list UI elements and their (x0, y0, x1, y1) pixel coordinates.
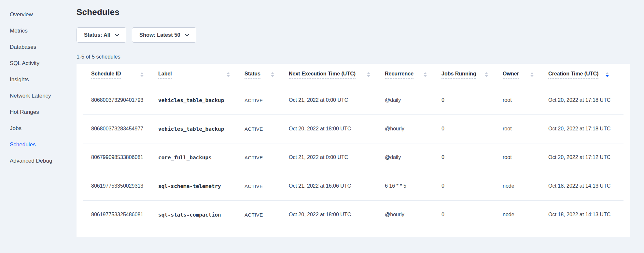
table-row: 806800373283454977 vehicles_table_backup… (83, 114, 623, 143)
column-header-owner[interactable]: Owner (503, 64, 548, 86)
cell-recurrence: @hourly (385, 200, 441, 229)
cell-creation-time: Oct 20, 2022 at 17:18 UTC (548, 86, 623, 114)
schedules-table: Schedule ID Label Status (83, 64, 623, 229)
cell-status: ACTIVE (245, 143, 289, 172)
column-header-next-execution-time[interactable]: Next Execution Time (UTC) (289, 64, 385, 86)
sidebar-item-sql-activity[interactable]: SQL Activity (0, 55, 77, 72)
cell-jobs-running: 0 (441, 143, 503, 172)
column-label: Owner (503, 71, 519, 79)
cell-owner: node (503, 200, 548, 229)
sidebar-item-metrics[interactable]: Metrics (0, 23, 77, 39)
column-header-schedule-id[interactable]: Schedule ID (83, 64, 158, 86)
cell-next-execution: Oct 20, 2022 at 18:00 UTC (289, 200, 385, 229)
show-filter-dropdown[interactable]: Show: Latest 50 (132, 27, 196, 43)
sidebar: Overview Metrics Databases SQL Activity … (0, 0, 77, 253)
column-header-status[interactable]: Status (245, 64, 289, 86)
sidebar-item-databases[interactable]: Databases (0, 39, 77, 55)
chevron-down-icon (115, 33, 119, 36)
sidebar-item-network-latency[interactable]: Network Latency (0, 88, 77, 104)
cell-label: vehicles_table_backup (158, 86, 245, 114)
sidebar-item-jobs[interactable]: Jobs (0, 120, 77, 137)
cell-jobs-running: 0 (441, 200, 503, 229)
sort-icon (485, 72, 488, 77)
sort-icon (227, 72, 230, 77)
cell-schedule-id: 806800373283454977 (83, 114, 158, 143)
cell-label: sql-stats-compaction (158, 200, 245, 229)
sort-icon (424, 72, 427, 77)
cell-jobs-running: 0 (441, 114, 503, 143)
sort-icon (140, 72, 144, 77)
cell-label: core_full_backups (158, 143, 245, 172)
column-header-jobs-running[interactable]: Jobs Running (441, 64, 503, 86)
column-header-recurrence[interactable]: Recurrence (385, 64, 441, 86)
column-header-creation-time[interactable]: Creation Time (UTC) (548, 64, 623, 86)
column-header-label[interactable]: Label (158, 64, 245, 86)
cell-creation-time: Oct 18, 2022 at 14:13 UTC (548, 172, 623, 200)
cell-next-execution: Oct 20, 2022 at 18:00 UTC (289, 114, 385, 143)
table-row: 806197753325486081 sql-stats-compaction … (83, 200, 623, 229)
column-label: Next Execution Time (UTC) (289, 71, 356, 79)
sort-icon (271, 72, 274, 77)
column-label: Schedule ID (91, 71, 121, 79)
schedules-table-card: Schedule ID Label Status (77, 64, 630, 237)
cell-schedule-id: 806197753350029313 (83, 172, 158, 200)
sidebar-item-advanced-debug[interactable]: Advanced Debug (0, 153, 77, 169)
cell-recurrence: @daily (385, 86, 441, 114)
sidebar-item-schedules[interactable]: Schedules (0, 137, 77, 153)
cell-owner: root (503, 114, 548, 143)
column-label: Status (245, 71, 260, 79)
cell-recurrence: @hourly (385, 114, 441, 143)
table-row: 806197753350029313 sql-schema-telemetry … (83, 172, 623, 200)
cell-label: sql-schema-telemetry (158, 172, 245, 200)
page-title: Schedules (77, 7, 644, 17)
cell-owner: node (503, 172, 548, 200)
cell-next-execution: Oct 21, 2022 at 0:00 UTC (289, 143, 385, 172)
cell-schedule-id: 806800373290401793 (83, 86, 158, 114)
column-label: Label (158, 71, 172, 79)
table-row: 806799098533806081 core_full_backups ACT… (83, 143, 623, 172)
sidebar-nav-list: Overview Metrics Databases SQL Activity … (0, 7, 77, 169)
column-label: Creation Time (UTC) (548, 71, 598, 79)
cell-schedule-id: 806197753325486081 (83, 200, 158, 229)
cell-label: vehicles_table_backup (158, 114, 245, 143)
cell-jobs-running: 0 (441, 86, 503, 114)
cell-status: ACTIVE (245, 86, 289, 114)
cell-recurrence: 6 16 * * 5 (385, 172, 441, 200)
chevron-down-icon (185, 33, 189, 36)
cell-next-execution: Oct 21, 2022 at 0:00 UTC (289, 86, 385, 114)
table-header-row: Schedule ID Label Status (83, 64, 623, 86)
cell-jobs-running: 0 (441, 172, 503, 200)
cell-status: ACTIVE (245, 200, 289, 229)
results-count: 1-5 of 5 schedules (77, 54, 644, 60)
cell-recurrence: @daily (385, 143, 441, 172)
status-filter-dropdown[interactable]: Status: All (77, 27, 126, 43)
sort-icon (367, 72, 370, 77)
show-filter-label: Show: Latest 50 (139, 32, 180, 38)
filters-bar: Status: All Show: Latest 50 (77, 27, 644, 43)
column-label: Recurrence (385, 71, 413, 79)
sidebar-item-overview[interactable]: Overview (0, 7, 77, 23)
cell-status: ACTIVE (245, 172, 289, 200)
column-label: Jobs Running (441, 71, 476, 79)
sidebar-item-insights[interactable]: Insights (0, 72, 77, 88)
cell-creation-time: Oct 20, 2022 at 17:12 UTC (548, 143, 623, 172)
cell-next-execution: Oct 21, 2022 at 16:06 UTC (289, 172, 385, 200)
cell-status: ACTIVE (245, 114, 289, 143)
cell-schedule-id: 806799098533806081 (83, 143, 158, 172)
sort-desc-active-icon (606, 72, 609, 77)
cell-owner: root (503, 143, 548, 172)
sort-icon (530, 72, 534, 77)
status-filter-label: Status: All (84, 32, 110, 38)
cell-creation-time: Oct 18, 2022 at 14:13 UTC (548, 200, 623, 229)
sidebar-item-hot-ranges[interactable]: Hot Ranges (0, 104, 77, 120)
table-row: 806800373290401793 vehicles_table_backup… (83, 86, 623, 114)
cell-owner: root (503, 86, 548, 114)
main-content: Schedules Status: All Show: Latest 50 1-… (77, 0, 644, 237)
cell-creation-time: Oct 20, 2022 at 17:18 UTC (548, 114, 623, 143)
